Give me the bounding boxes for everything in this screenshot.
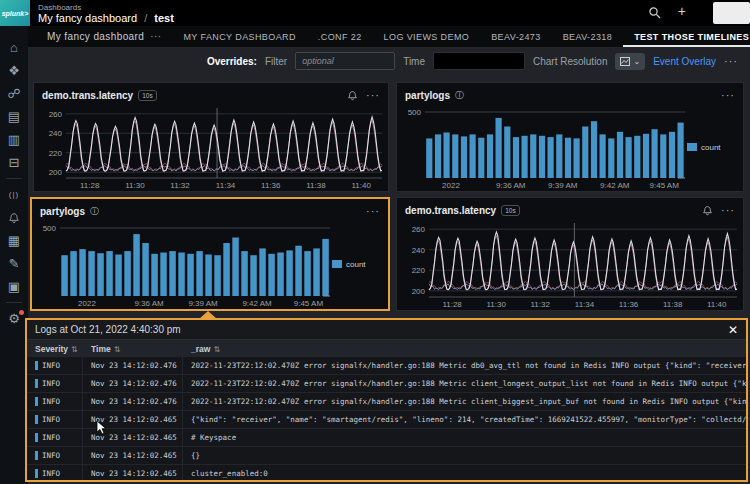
- profile-box[interactable]: [713, 2, 750, 24]
- chart-more-icon[interactable]: ···: [721, 89, 735, 101]
- settings-icon[interactable]: ⚙: [0, 307, 28, 330]
- raw-cell: # Keyspace: [182, 429, 746, 446]
- filter-input[interactable]: [295, 52, 395, 70]
- svg-text:9:36 AM: 9:36 AM: [134, 299, 164, 308]
- svg-text:9:39 AM: 9:39 AM: [188, 299, 218, 308]
- svg-text:260: 260: [412, 225, 426, 234]
- tab-overflow-icon[interactable]: ···: [150, 31, 161, 42]
- breadcrumb[interactable]: Dashboards: [38, 3, 81, 12]
- add-icon[interactable]: +: [678, 3, 686, 19]
- svg-text:260: 260: [49, 110, 63, 119]
- close-icon[interactable]: ✕: [728, 323, 738, 337]
- log-row[interactable]: INFONov 23 14:12:02.465{"kind": "receive…: [27, 411, 746, 429]
- chart-more-icon[interactable]: ···: [721, 204, 735, 216]
- top-header: splunk> Dashboards My fancy dashboard / …: [0, 0, 750, 26]
- dashboard-title[interactable]: test: [154, 12, 174, 24]
- tab-my-fancy-dashboard[interactable]: My fancy dashboard···: [36, 26, 172, 47]
- home-icon[interactable]: ⌂: [0, 36, 28, 59]
- log-row[interactable]: INFONov 23 14:12:02.465cluster_enabled:0: [27, 465, 746, 480]
- alerts-icon[interactable]: [0, 206, 28, 229]
- svg-text:11:36: 11:36: [619, 300, 639, 309]
- apm-icon[interactable]: ❖: [0, 59, 28, 82]
- data-icon[interactable]: ▣: [0, 275, 28, 298]
- log-row[interactable]: INFONov 23 14:12:02.4762022-11-23T22:12:…: [27, 357, 746, 375]
- page-title: My fancy dashboard / test: [38, 12, 174, 24]
- svg-text:11:40: 11:40: [707, 300, 727, 309]
- column-time[interactable]: Time⇅: [82, 344, 182, 354]
- tab-beav-2473[interactable]: BEAV-2473: [480, 26, 551, 47]
- svg-text:9:42 AM: 9:42 AM: [242, 299, 272, 308]
- severity-indicator: [35, 397, 38, 406]
- chart-card-partylogs-1[interactable]: partylogs ⓘ ··· 50020229:36 AM9:39 AM9:4…: [396, 82, 744, 192]
- dashboards-icon[interactable]: ▥: [0, 128, 28, 151]
- latency-line-chart[interactable]: 20022024026011:2811:3011:3211:3411:3611:…: [397, 218, 743, 310]
- tab-log-views-demo[interactable]: LOG VIEWS DEMO: [373, 26, 481, 47]
- log-row[interactable]: INFONov 23 14:12:02.4762022-11-23T22:12:…: [27, 393, 746, 411]
- column-raw[interactable]: _raw⇅: [182, 344, 746, 354]
- metrics-icon[interactable]: ▦: [0, 229, 28, 252]
- tab-test-those-timelines[interactable]: TEST THOSE TIMELINES: [623, 26, 750, 47]
- column-severity[interactable]: Severity⇅: [27, 344, 82, 354]
- chart-title: partylogs: [40, 206, 85, 217]
- partylogs-bar-chart[interactable]: 50020229:36 AM9:39 AM9:42 AM9:45 AM: [397, 103, 687, 191]
- rum-icon[interactable]: ⊟: [0, 151, 28, 174]
- time-cell: Nov 23 14:12:02.465: [82, 447, 182, 464]
- tab-beav-2318[interactable]: BEAV-2318: [552, 26, 623, 47]
- log-row[interactable]: INFONov 23 14:12:02.465{}: [27, 447, 746, 465]
- svg-text:200: 200: [49, 168, 63, 177]
- tab-my-fancy-dashboard[interactable]: MY FANCY DASHBOARD: [172, 26, 306, 47]
- event-overlay-button[interactable]: Event Overlay: [653, 56, 716, 67]
- alert-bell-icon[interactable]: [702, 205, 713, 216]
- overrides-more-icon[interactable]: ···: [724, 55, 738, 67]
- chart-card-partylogs-selected[interactable]: partylogs ⓘ ··· 50020229:36 AM9:39 AM9:4…: [30, 197, 390, 311]
- sidebar-divider: [6, 178, 22, 179]
- svg-text:200: 200: [412, 287, 426, 296]
- severity-cell: INFO: [27, 375, 82, 392]
- legend-swatch: [687, 143, 697, 151]
- time-label: Time: [403, 56, 425, 67]
- chart-title: partylogs: [405, 90, 450, 101]
- chart-resolution-dropdown[interactable]: ⌄: [615, 53, 645, 70]
- raw-cell: 2022-11-23T22:12:02.470Z error signalfx/…: [182, 357, 746, 374]
- chart-title: demo.trans.latency: [405, 205, 496, 216]
- svg-text:220: 220: [49, 149, 63, 158]
- dashboard-group-title[interactable]: My fancy dashboard: [38, 12, 137, 24]
- raw-cell: 2022-11-23T22:12:02.470Z error signalfx/…: [182, 393, 746, 410]
- logs-panel: Logs at Oct 21, 2022 4:40:30 pm ✕ Severi…: [25, 318, 748, 482]
- logs-panel-header: Logs at Oct 21, 2022 4:40:30 pm ✕: [27, 320, 746, 340]
- chart-canvas: 20022024026011:2811:3011:3211:3411:3611:…: [397, 218, 743, 310]
- svg-text:11:34: 11:34: [216, 181, 236, 190]
- legend-label: count: [346, 260, 366, 269]
- logs-callout-arrow: [199, 311, 217, 319]
- splunk-logo[interactable]: splunk>: [0, 0, 30, 26]
- sort-icon: ⇅: [71, 345, 78, 354]
- chart-card-latency-2[interactable]: demo.trans.latency 10s ··· 2002202402601…: [396, 197, 744, 311]
- partylogs-bar-chart-selected[interactable]: 50020229:36 AM9:39 AM9:42 AM9:45 AM: [32, 219, 332, 309]
- info-icon[interactable]: ⓘ: [455, 89, 464, 102]
- legend-swatch: [332, 260, 342, 268]
- annotate-icon[interactable]: ✎: [0, 252, 28, 275]
- chart-resolution-label: Chart Resolution: [533, 56, 607, 67]
- severity-cell: INFO: [27, 429, 82, 446]
- alert-bell-icon[interactable]: [347, 90, 358, 101]
- sort-icon: ⇅: [114, 345, 121, 354]
- svg-text:220: 220: [412, 266, 426, 275]
- log-observer-icon[interactable]: ▤: [0, 105, 28, 128]
- info-icon[interactable]: ⓘ: [90, 205, 99, 218]
- incidents-icon[interactable]: (|): [0, 183, 28, 206]
- search-icon[interactable]: [648, 6, 662, 20]
- chart-legend[interactable]: count: [687, 103, 743, 191]
- infrastructure-icon[interactable]: ☍: [0, 82, 28, 105]
- logs-column-header: Severity⇅ Time⇅ _raw⇅: [27, 340, 746, 357]
- chart-legend[interactable]: count: [332, 219, 388, 309]
- time-input[interactable]: [433, 52, 525, 70]
- latency-line-chart[interactable]: 20022024026011:2811:3011:3211:3411:3611:…: [34, 103, 388, 191]
- sidebar-divider: [6, 302, 22, 303]
- log-row[interactable]: INFONov 23 14:12:02.4762022-11-23T22:12:…: [27, 375, 746, 393]
- raw-cell: 2022-11-23T22:12:02.470Z error signalfx/…: [182, 375, 746, 392]
- chart-more-icon[interactable]: ···: [366, 205, 380, 217]
- log-row[interactable]: INFONov 23 14:12:02.465# Keyspace: [27, 429, 746, 447]
- chart-card-latency-1[interactable]: demo.trans.latency 10s ··· 2002202402601…: [33, 82, 389, 192]
- chart-more-icon[interactable]: ···: [366, 89, 380, 101]
- tab--conf-22[interactable]: .CONF 22: [307, 26, 373, 47]
